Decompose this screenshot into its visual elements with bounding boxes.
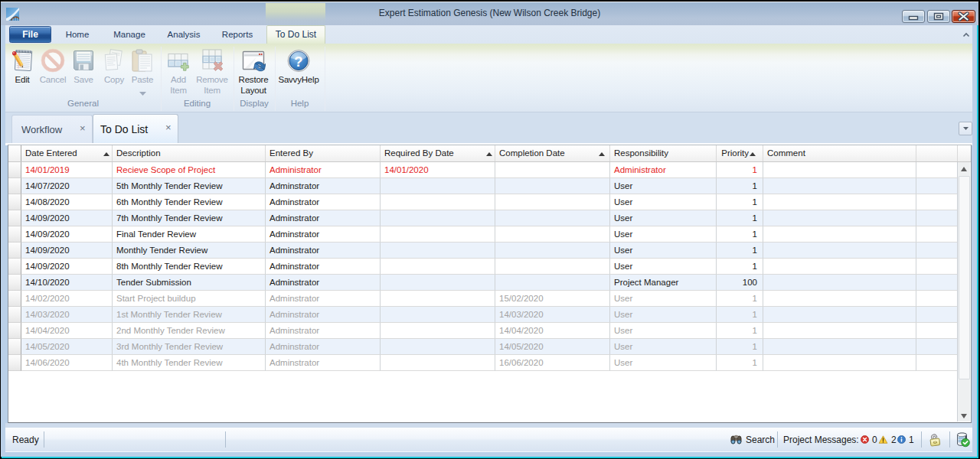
svg-text:?: ? xyxy=(294,54,302,70)
